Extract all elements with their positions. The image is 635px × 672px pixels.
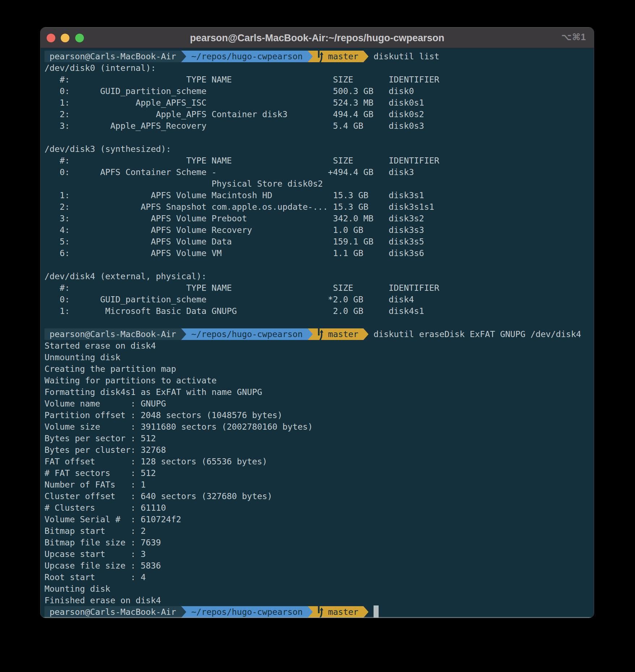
terminal-line bbox=[44, 132, 439, 143]
prompt-line: pearson@Carls-MacBook-Air ~/repos/hugo-c… bbox=[44, 328, 439, 340]
powerline-arrow-icon bbox=[181, 328, 186, 340]
terminal-line: Cluster offset : 640 sectors (327680 byt… bbox=[44, 490, 439, 502]
terminal-line: Mounting disk bbox=[44, 583, 439, 595]
terminal-line: 0: APFS Container Scheme - +494.4 GB dis… bbox=[44, 166, 439, 178]
terminal-line: Started erase on disk4 bbox=[44, 340, 439, 352]
terminal-line: 0: GUID_partition_scheme 500.3 GB disk0 bbox=[44, 85, 439, 97]
terminal-line: Number of FATs : 1 bbox=[44, 479, 439, 490]
terminal-line: Volume size : 3911680 sectors (200278016… bbox=[44, 421, 439, 433]
command-text: diskutil eraseDisk ExFAT GNUPG /dev/disk… bbox=[374, 328, 581, 340]
terminal-line: Partition offset : 2048 sectors (1048576… bbox=[44, 409, 439, 421]
terminal-line: Volume Serial # : 610724f2 bbox=[44, 514, 439, 525]
prompt-user-host: pearson@Carls-MacBook-Air bbox=[44, 606, 181, 618]
terminal-line: /dev/disk0 (internal): bbox=[44, 62, 439, 74]
terminal-line: Bytes per sector : 512 bbox=[44, 433, 439, 444]
terminal-line: Unmounting disk bbox=[44, 352, 439, 363]
terminal-line: #: TYPE NAME SIZE IDENTIFIER bbox=[44, 282, 439, 294]
prompt-git-branch: master bbox=[308, 328, 363, 340]
terminal-line: 1: Apple_APFS_ISC 524.3 MB disk0s1 bbox=[44, 97, 439, 109]
prompt-cwd: ~/repos/hugo-cwpearson bbox=[181, 328, 308, 340]
prompt-user-host: pearson@Carls-MacBook-Air bbox=[44, 328, 181, 340]
prompt-cwd: ~/repos/hugo-cwpearson bbox=[181, 606, 308, 618]
powerline-arrow-icon bbox=[308, 328, 313, 340]
prompt-line: pearson@Carls-MacBook-Air ~/repos/hugo-c… bbox=[44, 606, 439, 618]
terminal-line: Bitmap file size : 7639 bbox=[44, 537, 439, 548]
terminal-screen[interactable]: pearson@Carls-MacBook-Air ~/repos/hugo-c… bbox=[41, 48, 594, 618]
prompt-line: pearson@Carls-MacBook-Air ~/repos/hugo-c… bbox=[44, 51, 439, 62]
terminal-line: 2: APFS Snapshot com.apple.os.update-...… bbox=[44, 201, 439, 213]
prompt-git-branch: master bbox=[308, 606, 363, 618]
terminal-line: 5: APFS Volume Data 159.1 GB disk3s5 bbox=[44, 236, 439, 247]
terminal-cursor bbox=[374, 605, 379, 618]
powerline-arrow-icon bbox=[308, 51, 313, 62]
terminal-line bbox=[44, 317, 439, 328]
powerline-arrow-icon bbox=[363, 328, 368, 340]
terminal-line: Upcase file size : 5836 bbox=[44, 560, 439, 571]
terminal-line: Formatting disk4s1 as ExFAT with name GN… bbox=[44, 386, 439, 398]
powerline-arrow-icon bbox=[181, 606, 186, 618]
terminal-line bbox=[44, 259, 439, 271]
terminal-line: # Clusters : 61110 bbox=[44, 502, 439, 514]
prompt-git-branch: master bbox=[308, 51, 363, 62]
terminal-line: 3: Apple_APFS_Recovery 5.4 GB disk0s3 bbox=[44, 120, 439, 132]
terminal-line: 3: APFS Volume Preboot 342.0 MB disk3s2 bbox=[44, 213, 439, 224]
window-bottom-edge bbox=[41, 617, 594, 618]
terminal-line: Bytes per cluster: 32768 bbox=[44, 444, 439, 456]
terminal-line: 1: APFS Volume Macintosh HD 15.3 GB disk… bbox=[44, 190, 439, 201]
terminal-line: 1: Microsoft Basic Data GNUPG 2.0 GB dis… bbox=[44, 305, 439, 317]
git-branch-icon bbox=[318, 606, 323, 618]
terminal-line: Volume name : GNUPG bbox=[44, 398, 439, 409]
terminal-line: Creating the partition map bbox=[44, 363, 439, 375]
terminal-line: Waiting for partitions to activate bbox=[44, 375, 439, 386]
terminal-line: Bitmap start : 2 bbox=[44, 525, 439, 537]
terminal-window: pearson@Carls-MacBook-Air:~/repos/hugo-c… bbox=[41, 27, 594, 618]
command-text: diskutil list bbox=[374, 51, 439, 62]
terminal-line: 6: APFS Volume VM 1.1 GB disk3s6 bbox=[44, 247, 439, 259]
terminal-line: Root start : 4 bbox=[44, 571, 439, 583]
terminal-line: /dev/disk4 (external, physical): bbox=[44, 271, 439, 282]
terminal-line: #: TYPE NAME SIZE IDENTIFIER bbox=[44, 74, 439, 85]
powerline-arrow-icon bbox=[181, 51, 186, 62]
window-titlebar[interactable]: pearson@Carls-MacBook-Air:~/repos/hugo-c… bbox=[41, 27, 594, 48]
terminal-line: 0: GUID_partition_scheme *2.0 GB disk4 bbox=[44, 294, 439, 305]
terminal-lines: pearson@Carls-MacBook-Air ~/repos/hugo-c… bbox=[44, 51, 439, 618]
prompt-user-host: pearson@Carls-MacBook-Air bbox=[44, 51, 181, 62]
terminal-line: 4: APFS Volume Recovery 1.0 GB disk3s3 bbox=[44, 224, 439, 236]
prompt-cwd: ~/repos/hugo-cwpearson bbox=[181, 51, 308, 62]
tab-shortcut-label: ⌥⌘1 bbox=[561, 27, 586, 48]
terminal-line: Physical Store disk0s2 bbox=[44, 178, 439, 190]
terminal-line: 2: Apple_APFS Container disk3 494.4 GB d… bbox=[44, 109, 439, 120]
terminal-line: FAT offset : 128 sectors (65536 bytes) bbox=[44, 456, 439, 467]
powerline-arrow-icon bbox=[363, 606, 368, 618]
terminal-line: #: TYPE NAME SIZE IDENTIFIER bbox=[44, 155, 439, 166]
powerline-arrow-icon bbox=[363, 51, 368, 62]
terminal-line: Upcase start : 3 bbox=[44, 548, 439, 560]
powerline-arrow-icon bbox=[308, 606, 313, 618]
terminal-line: Finished erase on disk4 bbox=[44, 595, 439, 606]
window-title: pearson@Carls-MacBook-Air:~/repos/hugo-c… bbox=[41, 27, 594, 48]
desktop: { "window": { "title": "pearson@Carls-Ma… bbox=[0, 0, 635, 672]
terminal-line: # FAT sectors : 512 bbox=[44, 467, 439, 479]
terminal-line: /dev/disk3 (synthesized): bbox=[44, 143, 439, 155]
